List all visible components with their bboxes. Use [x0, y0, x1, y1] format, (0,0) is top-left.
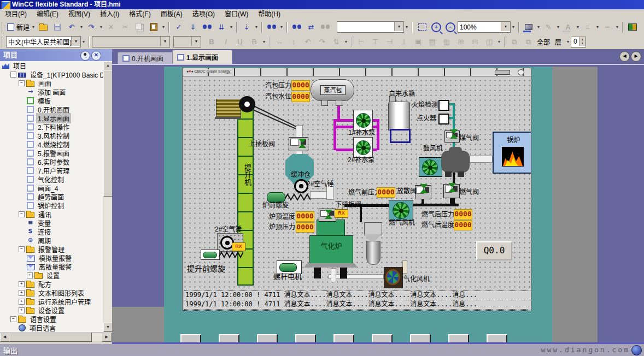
gasifier[interactable]: 气化炉: [309, 235, 353, 264]
save-button[interactable]: [50, 21, 65, 33]
pin-icon[interactable]: [80, 51, 90, 61]
line-style-button[interactable]: ┅: [600, 21, 614, 33]
io-value-field[interactable]: 0000: [296, 211, 314, 222]
align-middle-button[interactable]: ▣: [411, 36, 425, 48]
flip-horizontal-button[interactable]: ↔: [272, 36, 286, 48]
new-caret[interactable]: ▼: [31, 25, 36, 29]
io-value-field[interactable]: 0000: [291, 92, 310, 102]
alarm-message-row[interactable]: 1999/1/1 12:00:00 ! 4711 消息文本....消息文本...…: [184, 300, 531, 310]
gasification-fan-box[interactable]: [384, 267, 403, 288]
paste-caret[interactable]: ▼: [161, 25, 166, 29]
toolbar-grip[interactable]: [2, 37, 4, 48]
io-value-field[interactable]: 0000: [291, 80, 310, 91]
send-backward-button[interactable]: ⧉: [522, 36, 536, 48]
zoom-in-button[interactable]: +: [429, 21, 443, 33]
line-width-caret[interactable]: ▼: [595, 25, 600, 29]
menu-item[interactable]: 项目(P): [0, 9, 32, 20]
scrollbar-thumb[interactable]: [9, 333, 92, 342]
tab-scroll-right-icon[interactable]: ▶: [631, 51, 641, 62]
align-left-button[interactable]: ⊢: [354, 36, 368, 48]
gas-fan-box[interactable]: [389, 200, 413, 221]
line-width-button[interactable]: ≡: [581, 21, 595, 33]
bring-forward-button[interactable]: ⧉: [507, 36, 522, 48]
rotate-left-button[interactable]: ↶: [301, 36, 315, 48]
function-key[interactable]: [372, 334, 393, 343]
find-button[interactable]: [265, 21, 279, 33]
screw-motor-box[interactable]: [201, 250, 220, 260]
combobox-arrow-icon[interactable]: ▼: [71, 37, 80, 46]
tree-item[interactable]: +设置: [0, 271, 111, 280]
expand-icon[interactable]: +: [27, 272, 33, 278]
tree-item[interactable]: →添加 画面: [0, 87, 111, 96]
output-panel-title[interactable]: 输出: [3, 345, 17, 355]
collapse-icon[interactable]: −: [10, 72, 16, 78]
io-value-field[interactable]: 0000: [377, 187, 395, 198]
menu-item[interactable]: 视图(V): [63, 9, 95, 20]
close-icon[interactable]: ✕: [91, 51, 101, 61]
redo-button[interactable]: ↷: [84, 21, 98, 33]
pen-color-caret[interactable]: ▼: [555, 25, 561, 29]
rx-badge[interactable]: RX: [335, 209, 348, 218]
find-caret[interactable]: ▼: [279, 25, 284, 29]
rotate-right-button[interactable]: ↷: [315, 36, 329, 48]
undo-caret[interactable]: ▼: [79, 25, 84, 29]
compile-button[interactable]: ⇊: [214, 21, 229, 33]
collapse-icon[interactable]: −: [19, 211, 25, 217]
function-key[interactable]: [333, 334, 354, 343]
replace-button[interactable]: ⇄: [304, 21, 318, 33]
tree-item[interactable]: 项目语言: [0, 323, 111, 332]
zoom-combo-caret[interactable]: ▼: [511, 25, 516, 29]
tab-startup-screen[interactable]: 0.开机画面: [118, 52, 180, 64]
io-value-field[interactable]: 0000: [454, 209, 472, 219]
align-caret[interactable]: ▼: [496, 40, 502, 44]
preview-button[interactable]: [200, 21, 214, 33]
download-caret[interactable]: ▼: [254, 25, 259, 29]
scroll-left-icon[interactable]: ◀: [0, 333, 9, 342]
download-button[interactable]: ⇣: [239, 21, 254, 33]
combobox-arrow-icon[interactable]: ▼: [394, 22, 403, 31]
combobox-arrow-icon[interactable]: ▼: [160, 37, 169, 46]
find-next-button[interactable]: [290, 21, 304, 33]
flame-detect-box[interactable]: [438, 100, 449, 111]
undo-button[interactable]: ↶: [65, 21, 79, 33]
open-button[interactable]: [36, 21, 50, 33]
burner[interactable]: [441, 151, 470, 173]
paste-button[interactable]: [147, 21, 161, 33]
zoom-out-button[interactable]: −: [443, 21, 458, 33]
alarm-message-row[interactable]: 1999/1/1 12:00:00 ! 4711 消息文本....消息文本...…: [184, 290, 531, 300]
tab-scroll-left-icon[interactable]: ◀: [619, 51, 630, 62]
q-output-button[interactable]: Q0.0: [476, 241, 512, 260]
boiler[interactable]: 锅炉: [493, 132, 531, 174]
fill-color-button[interactable]: [522, 21, 536, 33]
object-combo-caret[interactable]: ▼: [404, 25, 409, 29]
find-down-button[interactable]: [318, 21, 332, 33]
feed-pump-2[interactable]: [353, 137, 373, 158]
help-book-button[interactable]: [625, 21, 640, 33]
menu-item[interactable]: 格式(F): [124, 9, 155, 20]
collapse-icon[interactable]: −: [19, 246, 25, 252]
elevator-motor[interactable]: [216, 99, 241, 118]
function-key[interactable]: [487, 334, 507, 343]
strikeout-button[interactable]: B: [247, 36, 261, 48]
align-center-button[interactable]: ⊤: [368, 36, 383, 48]
all-layers-button[interactable]: 全部: [536, 36, 551, 48]
function-key[interactable]: [295, 334, 316, 343]
pen-color-button[interactable]: ✎: [541, 21, 555, 33]
io-value-field[interactable]: 0000: [454, 220, 472, 230]
flip-vertical-button[interactable]: ↕: [286, 36, 301, 48]
combobox-arrow-icon[interactable]: ▼: [501, 22, 510, 31]
new-button[interactable]: 新建: [6, 21, 31, 33]
transfer-button[interactable]: ⇓: [186, 21, 200, 33]
hmi-screen-canvas[interactable]: ●♥● CBOC Green Energy 蒸汽包: [182, 68, 531, 311]
align-bottom-button[interactable]: ▤: [425, 36, 440, 48]
blower-fan-box[interactable]: [419, 157, 442, 177]
cyclone-vessel[interactable]: [366, 241, 380, 265]
function-key[interactable]: [448, 334, 469, 343]
scroll-right-icon[interactable]: ▶: [102, 333, 112, 342]
expand-icon[interactable]: +: [19, 290, 25, 296]
font-size-combobox[interactable]: ▼: [173, 36, 201, 48]
object-combobox[interactable]: ▼: [337, 21, 404, 33]
align-top-button[interactable]: ⊥: [397, 36, 411, 48]
zoom-combobox[interactable]: 100%▼: [458, 21, 511, 33]
layer-button[interactable]: 层: [551, 36, 565, 48]
